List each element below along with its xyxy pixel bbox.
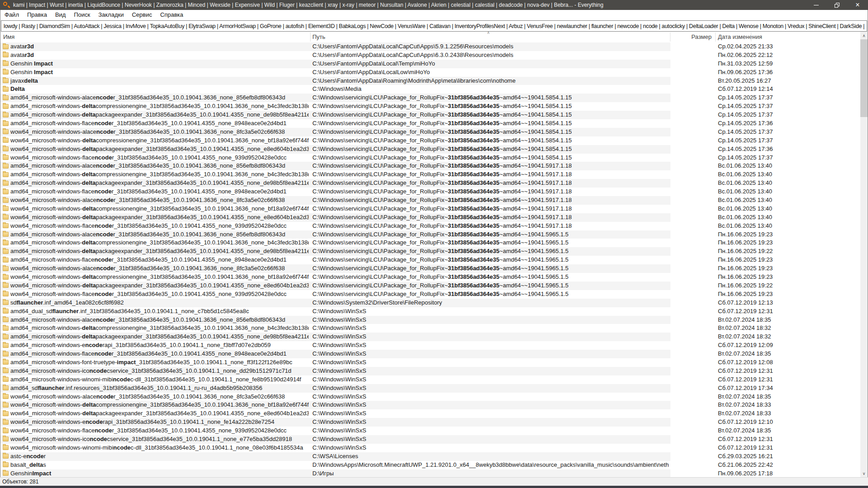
list-item[interactable]: amd64_dual_sdflauncher.inf_31bf3856ad364…: [0, 307, 860, 316]
menu-view[interactable]: Вид: [51, 10, 70, 20]
list-item[interactable]: wow64_microsoft-windows-deltapackageexpa…: [0, 409, 860, 418]
column-header-size[interactable]: Размер: [671, 33, 712, 40]
list-item[interactable]: amd64_microsoft-windows-deltacompression…: [0, 239, 860, 247]
everything-window: kami | Impact | Wurst | inertia | Liquid…: [0, 0, 868, 488]
list-item[interactable]: wow64_microsoft-windows-flacencoder_31bf…: [0, 154, 860, 162]
search-input[interactable]: [1, 20, 867, 32]
item-path: C:\Windows\WinSxS: [312, 435, 669, 444]
item-name: amd64_sdflauncher.inf.resources_31bf3856…: [10, 384, 309, 393]
item-path: C:\Windows\WinSxS: [312, 444, 669, 452]
vertical-scrollbar[interactable]: ∧ ∨: [860, 32, 868, 477]
folder-icon: [3, 275, 9, 280]
list-item[interactable]: amd64_microsoft-windows-deltapackageexpa…: [0, 179, 860, 188]
list-item[interactable]: amd64_microsoft-windows-encoderapi_31bf3…: [0, 341, 860, 350]
list-item[interactable]: Genshin Impact C:\Users\Fantom\AppData\L…: [0, 68, 860, 77]
scrollbar-thumb[interactable]: [860, 39, 868, 117]
list-item[interactable]: astc-encoder C:\WSA\Licenses Сб.29.03.20…: [0, 452, 860, 461]
list-item[interactable]: wow64_microsoft-windows-deltacompression…: [0, 205, 860, 213]
list-item[interactable]: basalt_deltas D:\WindowsApps\Microsoft.M…: [0, 461, 860, 469]
item-path: C:\Windows\servicing\LCU\Package_for_Rol…: [312, 213, 669, 222]
list-item[interactable]: amd64_microsoft-windows-deltapackageexpa…: [0, 247, 860, 256]
item-path: D:\WindowsApps\Microsoft.MinecraftUWP_1.…: [312, 461, 669, 469]
item-path: C:\Windows\System32\DriverStore\FileRepo…: [312, 299, 669, 307]
folder-icon: [3, 334, 9, 339]
list-item[interactable]: amd64_microsoft-windows-winomi-mibincode…: [0, 375, 860, 384]
list-item[interactable]: amd64_microsoft-windows-alacencoder_31bf…: [0, 162, 860, 170]
list-item[interactable]: amd64_microsoft-windows-alacencoder_31bf…: [0, 230, 860, 239]
folder-icon: [3, 471, 9, 476]
column-separator[interactable]: [751, 33, 751, 42]
list-item[interactable]: amd64_microsoft-windows-flacencoder_31bf…: [0, 256, 860, 264]
list-item[interactable]: wow64_microsoft-windows-deltacompression…: [0, 136, 860, 145]
list-item[interactable]: sdflauncher.inf_amd64_1ea082c6cf8f6982 C…: [0, 299, 860, 307]
list-item[interactable]: amd64_microsoft-windows-flacencoder_31bf…: [0, 188, 860, 196]
column-header-date[interactable]: Дата изменения: [718, 33, 762, 40]
list-item[interactable]: amd64_microsoft-windows-deltapackageexpa…: [0, 333, 860, 341]
menu-search[interactable]: Поиск: [70, 10, 94, 20]
list-item[interactable]: wow64_microsoft-windows-alacencoder_31bf…: [0, 264, 860, 273]
list-item[interactable]: wow64_microsoft-windows-deltacompression…: [0, 401, 860, 409]
list-item[interactable]: GenshinImpact D:\Игры Пн.09.06.2025 17:1…: [0, 469, 860, 477]
item-date-modified: Пн.09.06.2025 17:18: [718, 469, 781, 477]
item-date-modified: Вс.01.06.2025 13:40: [718, 179, 781, 188]
list-item[interactable]: amd64_microsoft-windows-deltacompression…: [0, 170, 860, 179]
status-object-count: Объектов: 281: [2, 479, 38, 485]
folder-icon: [3, 206, 9, 211]
list-item[interactable]: amd64_microsoft-windows-deltacompression…: [0, 324, 860, 333]
list-item[interactable]: amd64_microsoft-windows-flacencoder_31bf…: [0, 119, 860, 128]
list-item[interactable]: amd64_microsoft-windows-iconcodecservice…: [0, 367, 860, 375]
list-item[interactable]: wow64_microsoft-windows-deltapackageexpa…: [0, 145, 860, 154]
item-name: amd64_microsoft-windows-flacencoder_31bf…: [10, 350, 309, 358]
list-item[interactable]: wow64_microsoft-windows-alacencoder_31bf…: [0, 393, 860, 401]
list-item[interactable]: avatar3d C:\Users\Fantom\AppData\Local\C…: [0, 42, 860, 51]
item-date-modified: Сб.07.12.2019 12:31: [718, 375, 781, 384]
scroll-up-icon[interactable]: ∧: [860, 32, 868, 39]
close-button[interactable]: ×: [847, 0, 868, 10]
folder-icon: [3, 189, 9, 194]
list-item[interactable]: wow64_microsoft-windows-winomi-mibincode…: [0, 444, 860, 452]
folder-icon: [3, 232, 9, 237]
menu-tools[interactable]: Сервис: [128, 10, 156, 20]
close-icon: ×: [855, 1, 859, 9]
folder-icon: [3, 61, 9, 66]
column-separator[interactable]: [715, 33, 716, 42]
list-item[interactable]: wow64_microsoft-windows-flacencoder_31bf…: [0, 427, 860, 435]
menu-bookmarks[interactable]: Закладки: [94, 10, 127, 20]
list-item[interactable]: amd64_microsoft-windows-flacencoder_31bf…: [0, 350, 860, 358]
list-item[interactable]: wow64_microsoft-windows-flacencoder_31bf…: [0, 222, 860, 230]
list-item[interactable]: amd64_microsoft-windows-alacencoder_31bf…: [0, 316, 860, 324]
list-item[interactable]: javaxdelta C:\Users\Fantom\AppData\Roami…: [0, 77, 860, 85]
item-date-modified: Сб.29.03.2025 16:21: [718, 452, 781, 461]
column-separator[interactable]: [670, 33, 670, 42]
minimize-button[interactable]: [806, 0, 826, 10]
list-item[interactable]: wow64_microsoft-windows-alacencoder_31bf…: [0, 196, 860, 205]
menu-help[interactable]: Справка: [156, 10, 187, 20]
list-item[interactable]: Genshin Impact C:\Users\Fantom\AppData\L…: [0, 60, 860, 68]
item-path: D:\Игры: [312, 469, 669, 477]
list-item[interactable]: wow64_microsoft-windows-iconcodecservice…: [0, 435, 860, 444]
column-header-path[interactable]: Путь: [312, 33, 326, 40]
list-item[interactable]: wow64_microsoft-windows-flacencoder_31bf…: [0, 290, 860, 299]
list-item[interactable]: amd64_microsoft-windows-font-truetype-im…: [0, 358, 860, 367]
menu-file[interactable]: Файл: [0, 10, 23, 20]
list-item[interactable]: wow64_microsoft-windows-deltapackageexpa…: [0, 213, 860, 222]
menu-edit[interactable]: Правка: [23, 10, 51, 20]
scroll-down-icon[interactable]: ∨: [860, 469, 868, 477]
list-item[interactable]: amd64_sdflauncher.inf.resources_31bf3856…: [0, 384, 860, 393]
item-name: amd64_microsoft-windows-flacencoder_31bf…: [10, 256, 309, 264]
list-item[interactable]: Delta C:\Windows\Media Сб.07.12.2019 12:…: [0, 85, 860, 94]
column-separator[interactable]: [310, 33, 311, 42]
list-item[interactable]: amd64_microsoft-windows-deltacompression…: [0, 102, 860, 111]
column-header-name[interactable]: Имя: [3, 33, 14, 40]
maximize-restore-button[interactable]: [826, 0, 847, 10]
folder-icon: [3, 146, 9, 151]
list-item[interactable]: wow64_microsoft-windows-alacencoder_31bf…: [0, 128, 860, 136]
list-item[interactable]: wow64_microsoft-windows-encoderapi_31bf3…: [0, 418, 860, 427]
item-name: amd64_microsoft-windows-deltapackageexpa…: [10, 247, 309, 256]
item-path: C:\Windows\servicing\LCU\Package_for_Rol…: [312, 239, 669, 247]
list-item[interactable]: wow64_microsoft-windows-deltacompression…: [0, 273, 860, 282]
list-item[interactable]: amd64_microsoft-windows-deltapackageexpa…: [0, 111, 860, 119]
list-item[interactable]: wow64_microsoft-windows-deltapackageexpa…: [0, 282, 860, 290]
list-item[interactable]: avatar3d C:\Users\Fantom\AppData\Local\C…: [0, 51, 860, 60]
list-item[interactable]: amd64_microsoft-windows-alacencoder_31bf…: [0, 94, 860, 102]
